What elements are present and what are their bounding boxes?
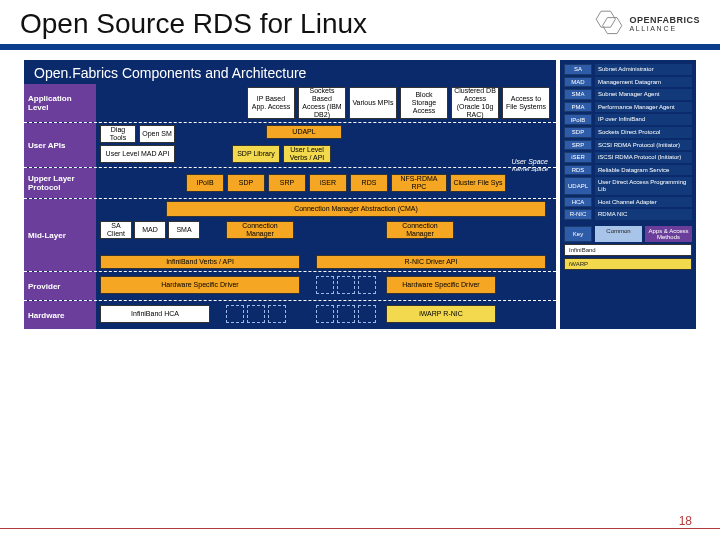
rnic-driver-box: R-NIC Driver API bbox=[316, 255, 546, 269]
row-ulp: Upper Layer Protocol Kernel Space IPoIB … bbox=[24, 168, 556, 198]
ulp-box: RDS bbox=[350, 174, 388, 192]
key-iwarp: iWARP bbox=[564, 258, 692, 270]
key-label: Key bbox=[564, 226, 592, 242]
openfabrics-logo: OPENFABRICS A L L I A N C E bbox=[593, 8, 700, 40]
connection-manager-box: Connection Manager bbox=[386, 221, 454, 239]
row-label: Application Level bbox=[24, 84, 96, 122]
iwarp-nic-box: iWARP R-NIC bbox=[386, 305, 496, 323]
key-section: Key Common Apps & Access Methods InfiniB… bbox=[564, 226, 692, 270]
legend-panel: SASubnet Administrator MADManagement Dat… bbox=[560, 60, 696, 329]
kernel-space-label: Kernel Space bbox=[512, 166, 548, 172]
dashed-placeholder bbox=[316, 305, 334, 323]
ulp-box: NFS-RDMA RPC bbox=[391, 174, 447, 192]
svg-marker-0 bbox=[597, 11, 616, 27]
hw-driver-box: Hardware Specific Driver bbox=[386, 276, 496, 294]
user-space-label: User Space bbox=[511, 158, 548, 165]
legend-row: SDPSockets Direct Protocol bbox=[564, 127, 692, 138]
sa-client-box: SA Client bbox=[100, 221, 132, 239]
mad-api-box: User Level MAD API bbox=[100, 145, 175, 163]
legend-row: R-NICRDMA NIC bbox=[564, 209, 692, 220]
row-label: Provider bbox=[24, 272, 96, 300]
app-box: Various MPIs bbox=[349, 87, 397, 119]
row-label: Hardware bbox=[24, 301, 96, 329]
app-box: Block Storage Access bbox=[400, 87, 448, 119]
dashed-placeholder-group bbox=[316, 305, 376, 323]
udapl-box: UDAPL bbox=[266, 125, 342, 139]
dashed-placeholder bbox=[268, 305, 286, 323]
row-label: User APIs bbox=[24, 123, 96, 167]
dashed-placeholder bbox=[358, 305, 376, 323]
legend-row: IPoIBIP over InfiniBand bbox=[564, 114, 692, 125]
key-common: Common bbox=[595, 226, 642, 242]
row-provider: Provider Hardware Specific Driver Hardwa… bbox=[24, 272, 556, 300]
legend-row: iSERiSCSI RDMA Protocol (Initiator) bbox=[564, 152, 692, 163]
app-box: IP Based App. Access bbox=[247, 87, 295, 119]
sdp-lib-box: SDP Library bbox=[232, 145, 280, 163]
verbs-api-box: User Level Verbs / API bbox=[283, 145, 331, 163]
legend-row: SASubnet Administrator bbox=[564, 64, 692, 75]
legend-row: SRPSCSI RDMA Protocol (Initiator) bbox=[564, 140, 692, 151]
hw-driver-box: Hardware Specific Driver bbox=[100, 276, 300, 294]
mad-box: MAD bbox=[134, 221, 166, 239]
dashed-placeholder-group bbox=[316, 276, 376, 294]
dashed-placeholder bbox=[316, 276, 334, 294]
footer-line bbox=[0, 528, 720, 530]
row-hardware: Hardware InfiniBand HCA iWARP R-NIC bbox=[24, 301, 556, 329]
ulp-box: IPoIB bbox=[186, 174, 224, 192]
diagram-title: Open.Fabrics Components and Architecture bbox=[24, 60, 556, 84]
dashed-placeholder bbox=[358, 276, 376, 294]
app-box: Clustered DB Access (Oracle 10g RAC) bbox=[451, 87, 499, 119]
hca-box: InfiniBand HCA bbox=[100, 305, 210, 323]
ulp-box: iSER bbox=[309, 174, 347, 192]
legend-row: PMAPerformance Manager Agent bbox=[564, 102, 692, 113]
app-box: Access to File Systems bbox=[502, 87, 550, 119]
ib-verbs-box: InfiniBand Verbs / API bbox=[100, 255, 300, 269]
architecture-diagram: Open.Fabrics Components and Architecture… bbox=[24, 60, 556, 329]
svg-marker-1 bbox=[603, 18, 622, 34]
ulp-box: SDP bbox=[227, 174, 265, 192]
key-apps: Apps & Access Methods bbox=[645, 226, 692, 242]
slide-title: Open Source RDS for Linux bbox=[20, 8, 367, 40]
row-label: Mid-Layer bbox=[24, 199, 96, 271]
api-box: Diag Tools bbox=[100, 125, 136, 143]
legend-row: HCAHost Channel Adapter bbox=[564, 197, 692, 208]
legend-row: RDSReliable Datagram Service bbox=[564, 165, 692, 176]
logo-text: OPENFABRICS A L L I A N C E bbox=[629, 16, 700, 32]
sma-box: SMA bbox=[168, 221, 200, 239]
connection-manager-box: Connection Manager bbox=[226, 221, 294, 239]
key-infiniband: InfiniBand bbox=[564, 244, 692, 256]
dashed-placeholder bbox=[337, 305, 355, 323]
ulp-box: Cluster File Sys bbox=[450, 174, 506, 192]
row-user-apis: User APIs Diag Tools Open SM UDAPL User … bbox=[24, 123, 556, 167]
app-box: Sockets Based Access (IBM DB2) bbox=[298, 87, 346, 119]
legend-row: MADManagement Datagram bbox=[564, 77, 692, 88]
dashed-placeholder bbox=[247, 305, 265, 323]
dashed-placeholder-group bbox=[226, 305, 286, 323]
api-box: Open SM bbox=[139, 125, 175, 143]
page-number: 18 bbox=[679, 514, 692, 528]
legend-row: SMASubnet Manager Agent bbox=[564, 89, 692, 100]
legend-row: UDAPLUser Direct Access Programming Lib bbox=[564, 177, 692, 194]
slide-header: Open Source RDS for Linux OPENFABRICS A … bbox=[0, 0, 720, 50]
logo-hex-icon bbox=[593, 8, 625, 40]
dashed-placeholder bbox=[226, 305, 244, 323]
ulp-box: SRP bbox=[268, 174, 306, 192]
main-content: Open.Fabrics Components and Architecture… bbox=[0, 50, 720, 333]
dashed-placeholder bbox=[337, 276, 355, 294]
row-label: Upper Layer Protocol bbox=[24, 168, 96, 198]
row-mid-layer: Mid-Layer Connection Manager Abstraction… bbox=[24, 199, 556, 271]
row-application: Application Level IP Based App. Access S… bbox=[24, 84, 556, 122]
cma-box: Connection Manager Abstraction (CMA) bbox=[166, 201, 546, 217]
